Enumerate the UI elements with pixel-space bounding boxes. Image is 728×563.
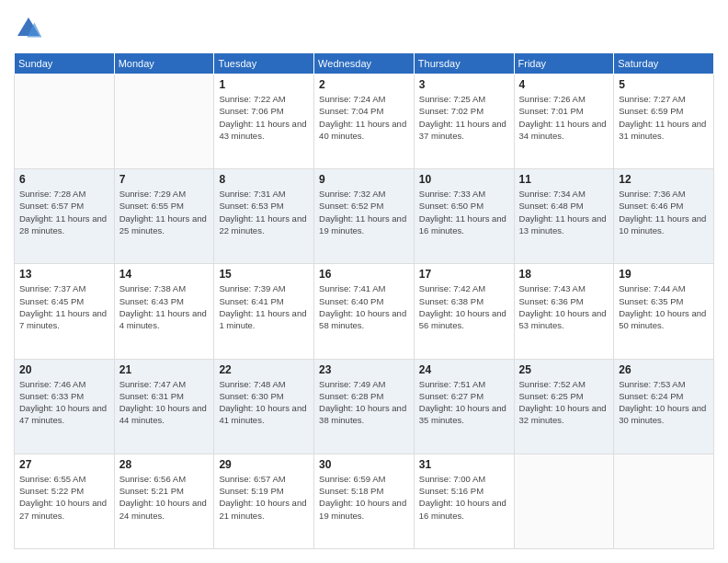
calendar-cell: 16Sunrise: 7:41 AM Sunset: 6:40 PM Dayli…: [314, 264, 415, 359]
week-row-0: 1Sunrise: 7:22 AM Sunset: 7:06 PM Daylig…: [15, 75, 714, 169]
day-info: Sunrise: 7:53 AM Sunset: 6:24 PM Dayligh…: [619, 378, 709, 427]
week-row-2: 13Sunrise: 7:37 AM Sunset: 6:45 PM Dayli…: [15, 264, 714, 359]
day-info: Sunrise: 7:46 AM Sunset: 6:33 PM Dayligh…: [19, 378, 109, 427]
day-info: Sunrise: 7:39 AM Sunset: 6:41 PM Dayligh…: [219, 282, 309, 331]
calendar-header: SundayMondayTuesdayWednesdayThursdayFrid…: [15, 53, 714, 75]
day-number: 20: [19, 363, 109, 376]
day-info: Sunrise: 7:41 AM Sunset: 6:40 PM Dayligh…: [319, 282, 409, 331]
day-info: Sunrise: 7:26 AM Sunset: 7:01 PM Dayligh…: [519, 93, 609, 142]
calendar-cell: 2Sunrise: 7:24 AM Sunset: 7:04 PM Daylig…: [314, 75, 415, 169]
day-number: 17: [419, 268, 509, 281]
day-info: Sunrise: 7:36 AM Sunset: 6:46 PM Dayligh…: [619, 188, 709, 236]
calendar-cell: 3Sunrise: 7:25 AM Sunset: 7:02 PM Daylig…: [414, 75, 514, 169]
calendar-cell: 13Sunrise: 7:37 AM Sunset: 6:45 PM Dayli…: [15, 264, 115, 359]
day-number: 3: [419, 78, 509, 91]
logo: [14, 14, 47, 43]
calendar-cell: 26Sunrise: 7:53 AM Sunset: 6:24 PM Dayli…: [614, 359, 714, 454]
day-number: 15: [219, 268, 309, 281]
day-info: Sunrise: 7:00 AM Sunset: 5:16 PM Dayligh…: [419, 473, 509, 522]
day-info: Sunrise: 7:37 AM Sunset: 6:45 PM Dayligh…: [19, 282, 109, 331]
day-number: 25: [519, 363, 609, 376]
calendar-cell: 9Sunrise: 7:32 AM Sunset: 6:52 PM Daylig…: [314, 169, 415, 264]
header-day-thursday: Thursday: [414, 53, 514, 75]
calendar-cell: 23Sunrise: 7:49 AM Sunset: 6:28 PM Dayli…: [314, 359, 415, 454]
logo-icon: [14, 14, 43, 43]
calendar-cell: 27Sunrise: 6:55 AM Sunset: 5:22 PM Dayli…: [15, 454, 115, 548]
header: [14, 14, 714, 43]
day-info: Sunrise: 7:27 AM Sunset: 6:59 PM Dayligh…: [619, 93, 709, 142]
day-info: Sunrise: 7:44 AM Sunset: 6:35 PM Dayligh…: [619, 282, 709, 331]
calendar-cell: [114, 75, 214, 169]
day-number: 14: [119, 268, 210, 281]
calendar-cell: 30Sunrise: 6:59 AM Sunset: 5:18 PM Dayli…: [314, 454, 415, 548]
day-number: 23: [319, 363, 409, 376]
day-number: 11: [519, 173, 609, 186]
calendar-cell: 18Sunrise: 7:43 AM Sunset: 6:36 PM Dayli…: [514, 264, 614, 359]
header-day-monday: Monday: [114, 53, 214, 75]
day-number: 18: [519, 268, 609, 281]
calendar-cell: 10Sunrise: 7:33 AM Sunset: 6:50 PM Dayli…: [414, 169, 514, 264]
calendar-cell: 8Sunrise: 7:31 AM Sunset: 6:53 PM Daylig…: [214, 169, 314, 264]
calendar-cell: 29Sunrise: 6:57 AM Sunset: 5:19 PM Dayli…: [214, 454, 314, 548]
day-number: 26: [619, 363, 709, 376]
day-number: 6: [19, 173, 109, 186]
calendar-cell: [15, 75, 115, 169]
day-info: Sunrise: 7:25 AM Sunset: 7:02 PM Dayligh…: [419, 93, 509, 142]
day-number: 10: [419, 173, 509, 186]
calendar-cell: 14Sunrise: 7:38 AM Sunset: 6:43 PM Dayli…: [114, 264, 214, 359]
day-number: 7: [119, 173, 210, 186]
day-info: Sunrise: 6:56 AM Sunset: 5:21 PM Dayligh…: [119, 473, 210, 522]
day-number: 16: [319, 268, 409, 281]
week-row-1: 6Sunrise: 7:28 AM Sunset: 6:57 PM Daylig…: [15, 169, 714, 264]
calendar-cell: 20Sunrise: 7:46 AM Sunset: 6:33 PM Dayli…: [15, 359, 115, 454]
week-row-3: 20Sunrise: 7:46 AM Sunset: 6:33 PM Dayli…: [15, 359, 714, 454]
day-info: Sunrise: 7:28 AM Sunset: 6:57 PM Dayligh…: [19, 188, 109, 236]
day-info: Sunrise: 7:34 AM Sunset: 6:48 PM Dayligh…: [519, 188, 609, 236]
calendar-cell: 4Sunrise: 7:26 AM Sunset: 7:01 PM Daylig…: [514, 75, 614, 169]
calendar-body: 1Sunrise: 7:22 AM Sunset: 7:06 PM Daylig…: [15, 75, 714, 549]
day-number: 5: [619, 78, 709, 91]
header-day-wednesday: Wednesday: [314, 53, 415, 75]
day-number: 19: [619, 268, 709, 281]
day-number: 22: [219, 363, 309, 376]
header-row: SundayMondayTuesdayWednesdayThursdayFrid…: [15, 53, 714, 75]
day-info: Sunrise: 7:48 AM Sunset: 6:30 PM Dayligh…: [219, 378, 309, 427]
day-number: 8: [219, 173, 309, 186]
calendar-cell: 19Sunrise: 7:44 AM Sunset: 6:35 PM Dayli…: [614, 264, 714, 359]
calendar-cell: 22Sunrise: 7:48 AM Sunset: 6:30 PM Dayli…: [214, 359, 314, 454]
calendar-cell: 17Sunrise: 7:42 AM Sunset: 6:38 PM Dayli…: [414, 264, 514, 359]
day-number: 31: [419, 458, 509, 471]
header-day-sunday: Sunday: [15, 53, 115, 75]
calendar-table: SundayMondayTuesdayWednesdayThursdayFrid…: [14, 52, 714, 549]
day-number: 9: [319, 173, 409, 186]
calendar-cell: 21Sunrise: 7:47 AM Sunset: 6:31 PM Dayli…: [114, 359, 214, 454]
calendar-cell: 24Sunrise: 7:51 AM Sunset: 6:27 PM Dayli…: [414, 359, 514, 454]
day-number: 13: [19, 268, 109, 281]
header-day-saturday: Saturday: [614, 53, 714, 75]
header-day-friday: Friday: [514, 53, 614, 75]
day-info: Sunrise: 7:47 AM Sunset: 6:31 PM Dayligh…: [119, 378, 210, 427]
day-number: 4: [519, 78, 609, 91]
calendar-cell: 11Sunrise: 7:34 AM Sunset: 6:48 PM Dayli…: [514, 169, 614, 264]
day-number: 29: [219, 458, 309, 471]
day-info: Sunrise: 7:52 AM Sunset: 6:25 PM Dayligh…: [519, 378, 609, 427]
day-number: 28: [119, 458, 210, 471]
day-info: Sunrise: 7:24 AM Sunset: 7:04 PM Dayligh…: [319, 93, 409, 142]
day-info: Sunrise: 7:51 AM Sunset: 6:27 PM Dayligh…: [419, 378, 509, 427]
day-info: Sunrise: 7:33 AM Sunset: 6:50 PM Dayligh…: [419, 188, 509, 236]
calendar-cell: 15Sunrise: 7:39 AM Sunset: 6:41 PM Dayli…: [214, 264, 314, 359]
day-number: 21: [119, 363, 210, 376]
day-number: 2: [319, 78, 409, 91]
day-info: Sunrise: 7:38 AM Sunset: 6:43 PM Dayligh…: [119, 282, 210, 331]
day-number: 27: [19, 458, 109, 471]
calendar-cell: 12Sunrise: 7:36 AM Sunset: 6:46 PM Dayli…: [614, 169, 714, 264]
day-info: Sunrise: 7:32 AM Sunset: 6:52 PM Dayligh…: [319, 188, 409, 236]
day-info: Sunrise: 7:42 AM Sunset: 6:38 PM Dayligh…: [419, 282, 509, 331]
day-number: 12: [619, 173, 709, 186]
calendar-cell: 5Sunrise: 7:27 AM Sunset: 6:59 PM Daylig…: [614, 75, 714, 169]
page: SundayMondayTuesdayWednesdayThursdayFrid…: [0, 0, 728, 563]
header-day-tuesday: Tuesday: [214, 53, 314, 75]
calendar-cell: [614, 454, 714, 548]
day-info: Sunrise: 7:22 AM Sunset: 7:06 PM Dayligh…: [219, 93, 309, 142]
calendar-cell: [514, 454, 614, 548]
